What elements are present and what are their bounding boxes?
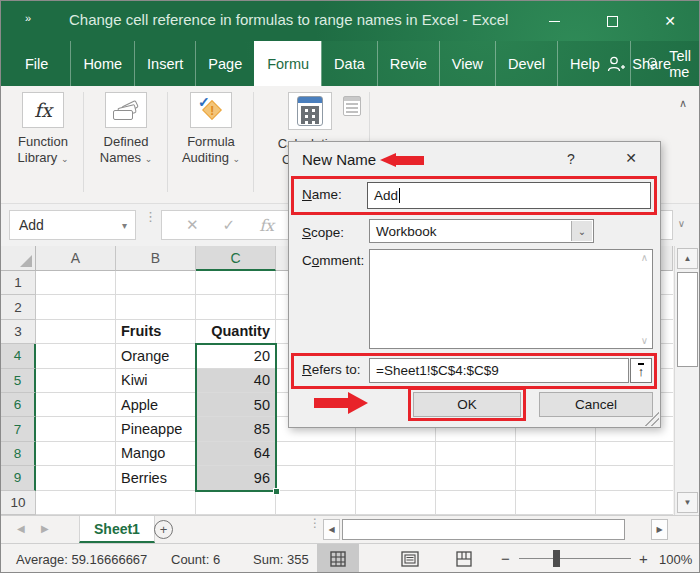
cell-g[interactable] <box>516 466 596 490</box>
cell-c[interactable] <box>196 271 276 295</box>
formula-auditing-group[interactable]: ! ✓ Formula Auditing ⌄ <box>173 92 249 167</box>
ribbon-tab[interactable]: Help <box>557 41 612 86</box>
ribbon-tab[interactable]: Data <box>321 41 377 86</box>
dialog-help-icon[interactable]: ? <box>567 151 575 167</box>
scroll-right-icon[interactable]: ▶ <box>651 519 668 540</box>
cell-c[interactable]: 96 <box>196 466 276 490</box>
horizontal-scrollbar-thumb[interactable] <box>342 519 625 540</box>
cell-g[interactable] <box>516 442 596 466</box>
row-header[interactable]: 1 <box>1 271 36 295</box>
insert-function-icon[interactable]: fx <box>259 216 274 235</box>
sheet-nav-left-icon[interactable]: ◀ <box>17 523 25 534</box>
name-box[interactable]: Add ▾ <box>9 210 136 240</box>
cell-b[interactable] <box>116 491 196 515</box>
dropdown-chevron-icon[interactable]: ⌄ <box>571 221 592 241</box>
maximize-button[interactable] <box>583 1 641 41</box>
column-header[interactable]: C <box>196 246 276 271</box>
row-header[interactable]: 6 <box>1 393 36 417</box>
ribbon-tab[interactable]: Revie <box>377 41 439 86</box>
cell-e[interactable] <box>356 491 436 515</box>
cancel-button[interactable]: Cancel <box>539 392 653 417</box>
page-layout-view-button[interactable] <box>389 544 431 573</box>
zoom-slider-track[interactable] <box>519 558 631 559</box>
cell-a[interactable] <box>36 491 116 515</box>
collapse-dialog-button[interactable]: ↑ <box>630 358 652 383</box>
name-box-dropdown-icon[interactable]: ▾ <box>122 220 127 231</box>
calculate-now-icon[interactable] <box>343 96 361 116</box>
cell-f[interactable] <box>436 466 516 490</box>
cancel-entry-icon[interactable]: ✕ <box>186 216 199 234</box>
scroll-down-icon[interactable]: ▼ <box>677 492 698 513</box>
zoom-level[interactable]: 100% <box>659 552 692 567</box>
scope-dropdown[interactable]: Workbook ⌄ <box>369 219 594 243</box>
cell-a[interactable] <box>36 369 116 393</box>
comment-scroll-up-icon[interactable]: ∧ <box>641 252 648 263</box>
vertical-scrollbar[interactable]: ▲ ▼ <box>674 246 700 515</box>
column-header[interactable]: A <box>36 246 116 271</box>
share-button[interactable]: Share <box>606 41 671 86</box>
cell-f[interactable] <box>436 442 516 466</box>
cell-h[interactable] <box>596 466 673 490</box>
quick-access-toolbar-icon[interactable]: » <box>25 12 30 24</box>
ribbon-tab[interactable]: Home <box>70 41 134 86</box>
cell-c[interactable]: 64 <box>196 442 276 466</box>
row-header[interactable]: 10 <box>1 491 36 515</box>
page-break-preview-button[interactable] <box>443 544 485 573</box>
sheet-nav-right-icon[interactable]: ▶ <box>41 523 49 534</box>
cell-a[interactable] <box>36 344 116 368</box>
zoom-in-icon[interactable]: + <box>639 550 648 567</box>
row-header[interactable]: 2 <box>1 295 36 319</box>
cell-b[interactable] <box>116 295 196 319</box>
sheet-tab[interactable]: Sheet1 <box>79 516 155 543</box>
cell-c[interactable]: 40 <box>196 369 276 393</box>
row-header[interactable]: 9 <box>1 466 36 490</box>
cell-b[interactable]: Orange <box>116 344 196 368</box>
minimize-button[interactable] <box>525 1 583 41</box>
comment-scroll-down-icon[interactable]: ∨ <box>641 335 648 346</box>
cell-a[interactable] <box>36 442 116 466</box>
zoom-out-icon[interactable]: − <box>501 550 510 567</box>
cell-d[interactable] <box>276 466 356 490</box>
cell-a[interactable] <box>36 320 116 344</box>
formula-bar-drag-handle-icon[interactable]: ⋮ <box>144 212 154 221</box>
cell-b[interactable]: Apple <box>116 393 196 417</box>
vertical-scrollbar-thumb[interactable] <box>677 272 698 367</box>
cell-c[interactable]: 20 <box>196 344 276 368</box>
comment-textarea[interactable]: ∧ ∨ <box>369 249 653 349</box>
cell-c[interactable]: Quantity <box>196 320 276 344</box>
cell-c[interactable]: 50 <box>196 393 276 417</box>
enter-entry-icon[interactable]: ✓ <box>223 216 236 234</box>
row-header[interactable]: 8 <box>1 442 36 466</box>
name-input[interactable]: Add <box>367 182 651 209</box>
ribbon-tab[interactable]: Insert <box>134 41 195 86</box>
collapse-ribbon-icon[interactable]: ∧ <box>679 97 687 110</box>
cell-b[interactable]: Fruits <box>116 320 196 344</box>
ok-button[interactable]: OK <box>413 392 521 417</box>
cell-b[interactable]: Berries <box>116 466 196 490</box>
cell-a[interactable] <box>36 466 116 490</box>
new-sheet-button[interactable]: + <box>154 520 173 539</box>
cell-d[interactable] <box>276 491 356 515</box>
zoom-slider-thumb[interactable] <box>553 550 560 567</box>
cell-h[interactable] <box>596 491 673 515</box>
column-header[interactable]: B <box>116 246 196 271</box>
dialog-close-icon[interactable]: ✕ <box>619 150 643 166</box>
expand-formula-bar-icon[interactable]: ∨ <box>678 218 685 229</box>
tabbar-drag-handle-icon[interactable]: ⋮ <box>309 520 321 527</box>
ribbon-tab[interactable]: View <box>439 41 495 86</box>
ribbon-tab[interactable]: Formu <box>254 41 321 86</box>
close-button[interactable]: ✕ <box>641 1 699 41</box>
cell-g[interactable] <box>516 491 596 515</box>
cell-b[interactable] <box>116 271 196 295</box>
dialog-resize-grip[interactable] <box>645 412 659 426</box>
cell-h[interactable] <box>596 442 673 466</box>
ribbon-tab[interactable]: Devel <box>495 41 557 86</box>
cell-f[interactable] <box>436 491 516 515</box>
scroll-left-icon[interactable]: ◀ <box>323 519 340 540</box>
row-header[interactable]: 5 <box>1 369 36 393</box>
ribbon-tab[interactable]: File <box>13 41 70 86</box>
cell-c[interactable] <box>196 491 276 515</box>
cell-b[interactable]: Kiwi <box>116 369 196 393</box>
cell-c[interactable]: 85 <box>196 417 276 441</box>
cell-b[interactable]: Pineappe <box>116 417 196 441</box>
